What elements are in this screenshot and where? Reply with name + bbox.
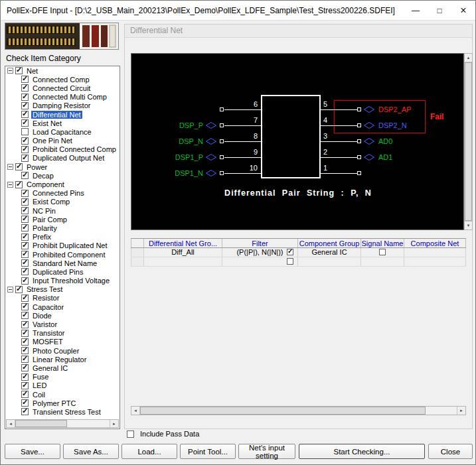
tree-item-mosfet[interactable]: MOSFET [5, 338, 119, 346]
checkbox[interactable] [21, 373, 29, 381]
close-button[interactable]: Close [428, 444, 473, 459]
checkbox[interactable] [21, 251, 29, 258]
tree-item-connected-comp[interactable]: Connected Comp [5, 75, 119, 84]
tree-item-power[interactable]: Power [5, 163, 119, 171]
checkbox[interactable] [21, 137, 29, 145]
checkbox[interactable] [21, 364, 29, 371]
checkbox[interactable] [21, 146, 29, 153]
tree-item-duplicated-pins[interactable]: Duplicated Pins [5, 267, 119, 276]
tree-item-prohibited-component[interactable]: Prohibited Component [5, 250, 119, 259]
column-header[interactable]: Signal Name [361, 239, 404, 247]
scroll-right-icon[interactable]: ► [457, 407, 465, 415]
tree-item-decap[interactable]: Decap [5, 171, 119, 180]
checkbox[interactable] [15, 163, 23, 170]
tree-item-transient-stress-test[interactable]: Transient Stress Test [5, 407, 119, 416]
scroll-right-icon[interactable]: ► [110, 420, 118, 427]
table-horizontal-scrollbar[interactable]: ◄ ► [131, 406, 466, 415]
scroll-down-icon[interactable]: ▼ [465, 221, 472, 230]
column-header[interactable]: Composite Net [404, 239, 466, 247]
tree-item-exist-comp[interactable]: Exist Comp [5, 198, 119, 206]
save-button[interactable]: Save... [5, 444, 60, 459]
checkbox[interactable] [21, 259, 29, 267]
tree-item-standard-net-name[interactable]: Standard Net Name [5, 259, 119, 267]
point-tool-button[interactable]: Point Tool... [180, 444, 236, 459]
checkbox[interactable] [21, 399, 29, 407]
tree-item-prefix[interactable]: Prefix [5, 233, 119, 241]
tree-horizontal-scrollbar[interactable]: ◄ ► [6, 419, 119, 428]
tree-item-connected-circuit[interactable]: Connected Circuit [5, 84, 119, 92]
tree-item-connected-multi-comp[interactable]: Connected Multi Comp [5, 93, 119, 101]
collapse-icon[interactable] [7, 164, 13, 170]
close-icon[interactable]: × [451, 1, 475, 21]
tree-item-transistor[interactable]: Transistor [5, 329, 119, 338]
nets-input-setting-button[interactable]: Net's input setting [238, 444, 295, 459]
checkbox[interactable] [21, 76, 29, 83]
tree-item-nc-pin[interactable]: NC Pin [5, 206, 119, 215]
include-pass-checkbox[interactable] [127, 431, 134, 438]
checkbox[interactable] [21, 391, 29, 398]
tree-item-diode[interactable]: Diode [5, 311, 119, 320]
check-item-tree[interactable]: NetConnected CompConnected CircuitConnec… [5, 66, 120, 429]
column-header[interactable]: Component Group [298, 239, 361, 247]
tree-item-resistor[interactable]: Resistor [5, 294, 119, 302]
tree-item-one-pin-net[interactable]: One Pin Net [5, 137, 119, 145]
scrollbar-thumb[interactable] [465, 62, 472, 221]
schematic-canvas[interactable]: Fail Differential Pair String : P, N 678… [131, 53, 464, 230]
checkbox[interactable] [21, 303, 29, 310]
start-checking-button[interactable]: Start Checking... [299, 444, 425, 459]
tree-item-input-threshold-voltage[interactable]: Input Threshold Voltage [5, 277, 119, 285]
scrollbar-thumb[interactable] [15, 420, 67, 427]
tree-item-differential-net[interactable]: Differential Net [5, 110, 119, 119]
tree-item-prohibit-duplicated-net[interactable]: Prohibit Duplicated Net [5, 241, 119, 250]
checkbox[interactable] [21, 84, 29, 92]
collapse-icon[interactable] [7, 68, 13, 74]
checkbox[interactable] [21, 321, 29, 328]
tree-item-prohibit-connected-comp[interactable]: Prohibit Connected Comp [5, 145, 119, 154]
tree-item-coil[interactable]: Coil [5, 390, 119, 399]
checkbox[interactable] [21, 128, 29, 135]
tree-item-polarity[interactable]: Polarity [5, 224, 119, 232]
column-header[interactable]: Differential Net Gro... [144, 239, 222, 247]
checkbox[interactable] [21, 277, 29, 285]
checkbox[interactable] [15, 181, 23, 188]
checkbox[interactable] [21, 224, 29, 232]
minimize-icon[interactable]: — [404, 1, 428, 21]
checkbox[interactable] [21, 190, 29, 197]
checkbox[interactable] [21, 268, 29, 275]
scroll-left-icon[interactable]: ◄ [7, 420, 15, 427]
checkbox[interactable] [21, 216, 29, 223]
tree-item-polymer-ptc[interactable]: Polymer PTC [5, 399, 119, 407]
collapse-icon[interactable] [7, 287, 13, 293]
table-row[interactable] [131, 257, 466, 267]
checkbox[interactable] [21, 330, 29, 337]
tree-item-stress-test[interactable]: Stress Test [5, 285, 119, 294]
checkbox[interactable] [21, 198, 29, 206]
checkbox[interactable] [21, 356, 29, 363]
checkbox[interactable] [21, 382, 29, 389]
checkbox[interactable] [15, 286, 23, 293]
canvas-vertical-scrollbar[interactable]: ▲ ▼ [464, 53, 473, 230]
checkbox[interactable] [21, 295, 29, 302]
tree-item-duplicated-output-net[interactable]: Duplicated Output Net [5, 154, 119, 163]
scrollbar-track[interactable] [426, 407, 457, 415]
tree-item-led[interactable]: LED [5, 381, 119, 390]
checkbox[interactable] [21, 233, 29, 241]
tree-item-photo-coupler[interactable]: Photo Coupler [5, 346, 119, 355]
load-button[interactable]: Load... [121, 444, 177, 459]
checkbox[interactable] [21, 119, 29, 127]
tree-item-connected-pins[interactable]: Connected Pins [5, 189, 119, 198]
tree-item-linear-regulator[interactable]: Linear Regulator [5, 355, 119, 364]
scrollbar-thumb[interactable] [140, 407, 426, 415]
checkbox[interactable] [21, 102, 29, 109]
table-row[interactable]: Diff_All(P(|P|), N(|N|))General IC [131, 248, 466, 257]
signal-name-checkbox[interactable] [379, 249, 386, 255]
checkbox[interactable] [21, 338, 29, 346]
tree-item-exist-net[interactable]: Exist Net [5, 119, 119, 127]
tree-item-varistor[interactable]: Varistor [5, 320, 119, 328]
tree-item-capacitor[interactable]: Capacitor [5, 302, 119, 311]
filter-checkbox[interactable] [287, 258, 293, 265]
tree-item-load-capacitance[interactable]: Load Capacitance [5, 127, 119, 136]
checkbox[interactable] [15, 67, 23, 74]
column-header[interactable]: Filter [222, 239, 298, 247]
checkbox[interactable] [21, 347, 29, 354]
